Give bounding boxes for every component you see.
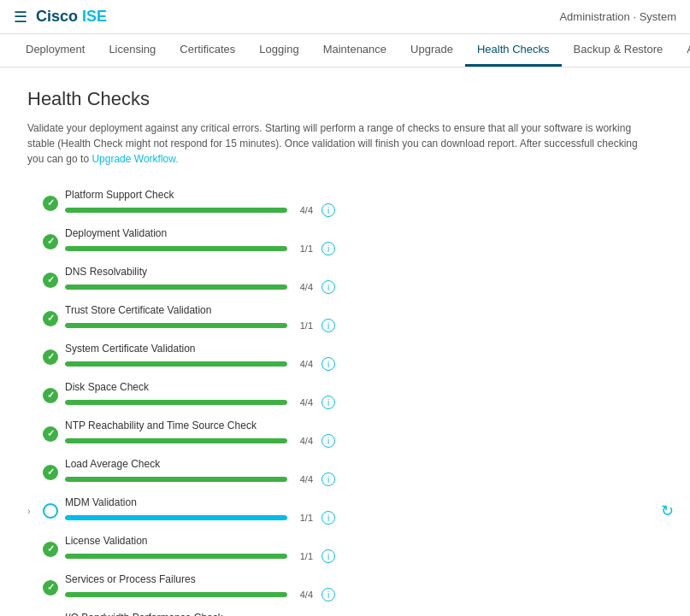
status-icon: [43, 465, 58, 480]
progress-fill: [65, 400, 287, 405]
progress-row: 1/1i: [65, 319, 640, 332]
check-name: Disk Space Check: [65, 381, 640, 393]
check-item: Services or Process Failures4/4i: [27, 568, 640, 607]
score-label: 1/1: [292, 551, 313, 561]
check-label-area: System Certificate Validation4/4i: [65, 343, 640, 371]
info-icon[interactable]: i: [321, 242, 335, 255]
info-icon[interactable]: i: [321, 434, 335, 448]
check-item: Deployment Validation1/1i: [27, 222, 640, 261]
score-label: 4/4: [292, 590, 313, 600]
nav-tab-health-checks[interactable]: Health Checks: [465, 34, 562, 67]
check-label-area: MDM Validation1/1i: [65, 496, 640, 525]
upgrade-workflow-link[interactable]: Upgrade Workflow.: [91, 153, 178, 165]
check-item: I/O Bandwidth Performance Check4/4i: [27, 607, 640, 616]
status-icon: [43, 580, 58, 595]
brand-logo: Cisco ISE: [36, 8, 107, 26]
check-name: Load Average Check: [65, 458, 640, 470]
progress-fill: [65, 285, 287, 290]
info-icon[interactable]: i: [321, 280, 335, 294]
check-item: DNS Resolvability4/4i: [27, 261, 640, 299]
nav-tab-logging[interactable]: Logging: [247, 34, 310, 67]
check-label-area: Deployment Validation1/1i: [65, 227, 640, 255]
check-label-area: Platform Support Check4/4i: [65, 189, 640, 217]
check-item: Load Average Check4/4i: [27, 453, 640, 491]
progress-fill: [65, 361, 287, 367]
check-name: License Validation: [65, 535, 640, 547]
status-icon: [43, 349, 58, 365]
progress-fill: [65, 323, 287, 328]
info-icon[interactable]: i: [321, 319, 335, 332]
check-name: System Certificate Validation: [65, 343, 640, 355]
progress-row: 1/1i: [65, 549, 640, 563]
score-label: 4/4: [292, 397, 313, 408]
info-icon[interactable]: i: [321, 511, 335, 525]
check-item: License Validation1/1i: [27, 530, 640, 568]
progress-row: 4/4i: [65, 588, 640, 601]
progress-fill: [65, 438, 287, 443]
chevron-icon[interactable]: ›: [27, 506, 41, 516]
progress-fill: [65, 208, 287, 213]
nav-tabs: DeploymentLicensingCertificatesLoggingMa…: [0, 34, 690, 67]
check-label-area: Load Average Check4/4i: [65, 458, 640, 486]
nav-tab-maintenance[interactable]: Maintenance: [311, 34, 398, 67]
check-name: NTP Reachability and Time Source Check: [65, 419, 640, 431]
nav-tab-backup-&-restore[interactable]: Backup & Restore: [562, 34, 675, 67]
context-label: Administration · System: [559, 10, 676, 23]
check-label-area: Disk Space Check4/4i: [65, 381, 640, 409]
score-label: 1/1: [292, 320, 313, 331]
check-label-area: I/O Bandwidth Performance Check4/4i: [65, 612, 640, 616]
check-item: NTP Reachability and Time Source Check4/…: [27, 414, 640, 453]
info-icon[interactable]: i: [321, 396, 335, 409]
nav-tab-certificates[interactable]: Certificates: [168, 34, 247, 67]
info-icon[interactable]: i: [321, 472, 335, 486]
check-item: Platform Support Check4/4i: [27, 184, 640, 222]
score-label: 4/4: [292, 436, 313, 446]
check-name: DNS Resolvability: [65, 266, 640, 278]
refresh-icon[interactable]: ↻: [661, 502, 674, 520]
brand-name: Cisco: [36, 8, 78, 25]
nav-tab-licensing[interactable]: Licensing: [97, 34, 168, 67]
page-description: Validate your deployment against any cri…: [27, 120, 640, 167]
check-name: Trust Store Certificate Validation: [65, 304, 640, 316]
info-icon[interactable]: i: [321, 357, 335, 371]
progress-fill: [65, 246, 287, 251]
info-icon[interactable]: i: [321, 588, 335, 601]
score-label: 1/1: [292, 513, 313, 523]
score-label: 4/4: [292, 205, 313, 215]
nav-tab-upgrade[interactable]: Upgrade: [398, 34, 465, 67]
status-icon: [43, 542, 58, 557]
progress-fill: [65, 554, 287, 559]
status-icon: [43, 426, 58, 442]
progress-row: 4/4i: [65, 434, 640, 448]
check-item: ›MDM Validation1/1i↻: [27, 491, 640, 530]
progress-row: 4/4i: [65, 280, 640, 294]
progress-row: 4/4i: [65, 396, 640, 409]
score-label: 4/4: [292, 474, 313, 484]
status-icon: [43, 196, 58, 211]
progress-fill: [65, 477, 287, 482]
status-icon: [43, 273, 58, 288]
check-label-area: Trust Store Certificate Validation1/1i: [65, 304, 640, 332]
score-label: 1/1: [292, 243, 313, 254]
check-item: Disk Space Check4/4i: [27, 376, 640, 414]
status-icon: [43, 311, 58, 326]
score-label: 4/4: [292, 359, 313, 369]
check-label-area: Services or Process Failures4/4i: [65, 573, 640, 601]
nav-tab-admin-access[interactable]: Admin Access: [675, 34, 690, 67]
progress-row: 4/4i: [65, 203, 640, 217]
check-label-area: DNS Resolvability4/4i: [65, 266, 640, 294]
check-name: Services or Process Failures: [65, 573, 640, 585]
info-icon[interactable]: i: [321, 203, 335, 217]
check-name: MDM Validation: [65, 496, 640, 508]
check-list: Platform Support Check4/4iDeployment Val…: [27, 184, 640, 616]
status-icon: [43, 503, 58, 519]
check-name: Platform Support Check: [65, 189, 640, 201]
check-label-area: NTP Reachability and Time Source Check4/…: [65, 419, 640, 448]
check-name: Deployment Validation: [65, 227, 640, 239]
progress-fill: [65, 515, 287, 520]
nav-tab-deployment[interactable]: Deployment: [14, 34, 97, 67]
check-label-area: License Validation1/1i: [65, 535, 640, 563]
progress-fill: [65, 592, 287, 597]
info-icon[interactable]: i: [321, 549, 335, 563]
hamburger-icon[interactable]: ☰: [14, 8, 27, 26]
